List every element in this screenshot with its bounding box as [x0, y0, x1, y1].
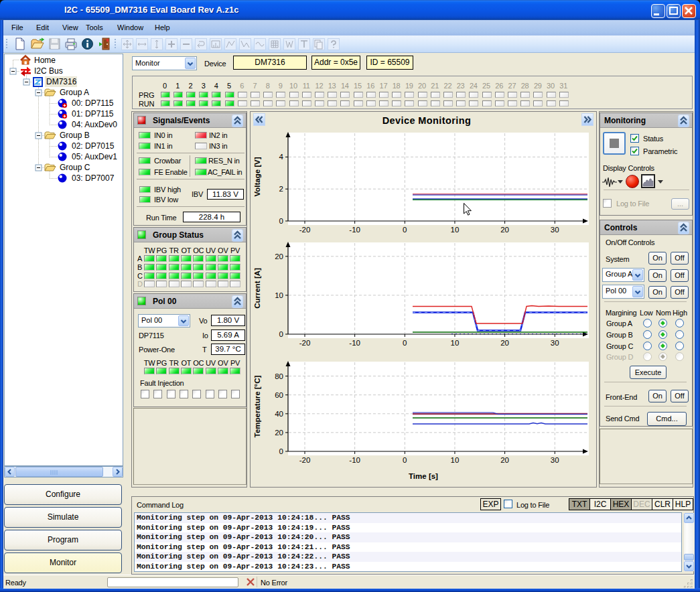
svg-text:0: 0	[403, 456, 407, 464]
svg-text:30: 30	[551, 456, 559, 464]
svg-text:20: 20	[500, 226, 509, 234]
svg-text:10: 10	[451, 456, 460, 464]
svg-text:10: 10	[451, 339, 460, 347]
svg-text:10: 10	[451, 226, 460, 234]
svg-text:0: 0	[403, 226, 407, 234]
svg-text:0: 0	[279, 217, 283, 225]
svg-text:2: 2	[279, 185, 283, 193]
svg-text:Voltage [V]: Voltage [V]	[253, 157, 261, 196]
svg-text:Time [s]: Time [s]	[409, 472, 438, 480]
svg-text:-10: -10	[349, 456, 360, 464]
svg-text:20: 20	[275, 429, 283, 437]
svg-text:-10: -10	[349, 226, 360, 234]
svg-text:30: 30	[551, 226, 559, 234]
svg-text:0: 0	[279, 447, 283, 455]
svg-text:80: 80	[275, 372, 283, 380]
svg-text:0: 0	[279, 330, 283, 338]
svg-text:-10: -10	[349, 339, 360, 347]
svg-text:20: 20	[275, 252, 283, 261]
svg-text:Temperature [°C]: Temperature [°C]	[253, 376, 261, 438]
svg-text:-20: -20	[299, 339, 311, 347]
svg-text:10: 10	[275, 291, 283, 299]
svg-text:Current [A]: Current [A]	[253, 268, 261, 309]
svg-text:4: 4	[279, 153, 284, 161]
svg-text:-20: -20	[299, 226, 311, 234]
svg-text:-20: -20	[299, 456, 311, 464]
svg-text:60: 60	[275, 391, 283, 399]
svg-text:0: 0	[403, 339, 407, 347]
svg-text:40: 40	[275, 410, 283, 418]
svg-text:20: 20	[500, 456, 509, 464]
svg-text:30: 30	[551, 339, 559, 347]
svg-text:20: 20	[500, 339, 509, 347]
